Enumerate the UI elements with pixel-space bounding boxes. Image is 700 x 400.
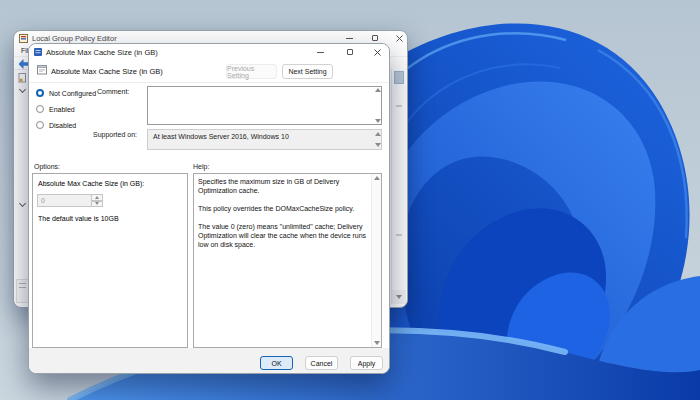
scroll-down-icon <box>375 143 381 147</box>
scrollbar-mark <box>396 105 402 107</box>
options-label: Options: <box>34 163 60 170</box>
dialog-header: Absolute Max Cache Size (in GB) Previous… <box>29 60 389 83</box>
ok-button[interactable]: OK <box>260 356 293 370</box>
close-icon <box>374 49 381 56</box>
scroll-down-icon <box>375 119 381 123</box>
help-scrollbar[interactable] <box>371 174 381 347</box>
supported-on-label: Supported on: <box>93 131 137 138</box>
gpedit-window-title: Local Group Policy Editor <box>32 34 117 43</box>
maximize-icon <box>372 35 378 41</box>
spinner-down-icon <box>95 202 99 205</box>
scroll-down-button[interactable] <box>392 290 406 304</box>
dialog-maximize-button[interactable] <box>342 46 358 58</box>
chevron-down-icon[interactable] <box>19 200 26 207</box>
gpedit-vertical-scrollbar[interactable] <box>391 69 406 304</box>
minimize-icon <box>317 52 324 53</box>
dialog-titlebar: Absolute Max Cache Size (in GB) <box>29 44 389 60</box>
supported-scrollbar[interactable] <box>373 132 382 147</box>
close-icon <box>396 35 403 42</box>
comment-scrollbar[interactable] <box>373 88 382 123</box>
scroll-up-icon <box>375 88 381 92</box>
desktop: Local Group Policy Editor File <box>0 0 700 400</box>
scrollbar-thumb[interactable] <box>394 71 404 84</box>
policy-name-label: Absolute Max Cache Size (in GB) <box>51 67 163 76</box>
minimize-icon <box>346 38 353 39</box>
spinner-down-button[interactable] <box>92 201 103 208</box>
maximize-icon <box>347 49 353 55</box>
policy-dialog: Absolute Max Cache Size (in GB) Absolute… <box>28 43 390 374</box>
dialog-title: Absolute Max Cache Size (in GB) <box>46 48 158 57</box>
radio-selected-dot <box>36 89 44 97</box>
dialog-app-icon <box>34 48 42 56</box>
comment-label: Comment: <box>97 88 129 95</box>
cache-size-value[interactable]: 0 <box>37 194 92 207</box>
tree-node-icon[interactable] <box>18 73 27 83</box>
gpedit-close-button[interactable] <box>391 32 407 44</box>
radio-not-configured[interactable]: Not Configured <box>36 88 96 98</box>
help-panel[interactable]: Specifies the maximum size in GB of Deli… <box>193 173 382 348</box>
apply-button[interactable]: Apply <box>350 356 383 370</box>
scroll-up-icon <box>375 132 381 136</box>
cancel-button[interactable]: Cancel <box>305 356 338 370</box>
options-field-label: Absolute Max Cache Size (in GB): <box>38 180 144 187</box>
radio-dot <box>36 121 44 129</box>
scroll-down-icon <box>374 341 380 345</box>
help-text: Specifies the maximum size in GB of Deli… <box>198 177 369 344</box>
policy-icon <box>37 65 47 75</box>
scroll-down-icon <box>396 295 402 299</box>
scroll-up-icon <box>374 176 380 180</box>
dialog-minimize-button[interactable] <box>312 46 328 58</box>
cache-size-spinner[interactable]: 0 <box>37 194 103 207</box>
chevron-down-icon[interactable] <box>19 86 26 93</box>
options-panel: Absolute Max Cache Size (in GB): 0 The d… <box>32 173 188 348</box>
help-label: Help: <box>193 163 209 170</box>
dialog-close-button[interactable] <box>369 46 385 58</box>
default-value-note: The default value is 10GB <box>38 215 119 222</box>
previous-setting-button[interactable]: Previous Setting <box>226 64 277 79</box>
dialog-footer: OK Cancel Apply <box>29 348 389 373</box>
scrollbar-mark <box>396 234 402 236</box>
gpedit-app-icon <box>19 34 28 43</box>
radio-enabled[interactable]: Enabled <box>36 104 75 114</box>
radio-disabled[interactable]: Disabled <box>36 120 76 130</box>
supported-on-value: At least Windows Server 2016, Windows 10 <box>147 129 382 150</box>
next-setting-button[interactable]: Next Setting <box>282 64 333 79</box>
spinner-up-icon <box>95 196 99 199</box>
comment-input[interactable] <box>147 86 382 125</box>
radio-dot <box>36 105 44 113</box>
